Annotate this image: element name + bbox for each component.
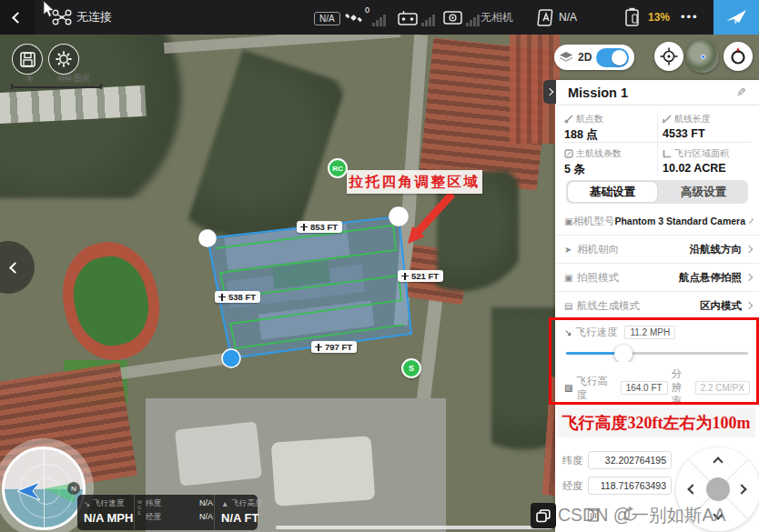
altitude-icon: ▨ <box>564 383 572 393</box>
nudge-center-button[interactable] <box>706 477 730 501</box>
route-mode-icon: ▤ <box>564 301 577 311</box>
battery-icon <box>624 7 642 26</box>
chevron-right-icon <box>546 88 553 95</box>
move-cross-icon <box>401 273 409 280</box>
move-cross-icon <box>218 294 226 301</box>
chevron-right-icon <box>748 218 754 224</box>
gps-signal-bars <box>372 15 386 26</box>
remote-controller-icon <box>398 10 418 25</box>
wgs-label: WGS <box>137 499 143 516</box>
altitude-icon: ▲ <box>221 499 228 508</box>
polygon-corner-handle[interactable] <box>198 229 217 247</box>
minimap-location-dot <box>701 55 705 59</box>
rc-signal-bars <box>421 15 435 26</box>
move-cross-icon <box>315 344 322 351</box>
back-button[interactable] <box>0 0 35 35</box>
telemetry-bar: ↘飞行速度 N/A MPH WGS 纬度N/A 经度N/A ▲飞行高度 N/A … <box>77 495 258 530</box>
locate-me-button[interactable] <box>654 42 683 71</box>
route-start-marker[interactable]: S <box>401 358 421 378</box>
save-icon <box>20 52 35 67</box>
telemetry-coords: WGS 纬度N/A 经度N/A <box>134 495 214 530</box>
gear-icon <box>56 51 72 67</box>
speed-slider-knob[interactable] <box>614 345 632 363</box>
move-cross-icon <box>300 224 308 231</box>
2d-switch[interactable] <box>596 48 629 67</box>
longitude-input[interactable] <box>588 477 672 495</box>
chevron-right-icon <box>745 274 753 281</box>
home-indicator[interactable] <box>276 526 552 529</box>
watermark: CSDN @一别如斯AA <box>558 503 759 527</box>
camera-status-icon <box>443 10 462 25</box>
setting-camera-heading[interactable]: ➤ 相机朝向 沿航线方向 <box>555 236 759 264</box>
edge-length-label: 521 FT <box>411 271 439 281</box>
aircraft-heading-icon <box>17 482 41 500</box>
setting-route-mode[interactable]: ▤ 航线生成模式 区内模式 <box>555 292 759 320</box>
switch-knob <box>612 50 627 65</box>
layers-icon <box>559 51 573 64</box>
camera-status-label: 无相机 <box>481 0 513 35</box>
mission-stats: 航点数 188 点 航线长度 4533 FT 主航线条数 5 条 飞行区域面积 … <box>555 105 759 178</box>
app-screen: 853 FT 521 FT 538 FT 797 FT S RC 拉托四角调整区… <box>0 0 759 532</box>
edge-length-pill[interactable]: 538 FT <box>215 291 260 303</box>
flight-mode-icon <box>537 8 555 26</box>
compass-icon <box>728 46 748 66</box>
airplane-icon <box>725 8 747 26</box>
speed-icon: ↘ <box>564 327 572 337</box>
chevron-left-icon <box>12 12 24 24</box>
map-settings-button[interactable] <box>48 44 79 75</box>
resolution-value-box: 2.2 CM/PX <box>695 381 750 395</box>
gps-count: 0 <box>365 5 369 15</box>
setting-capture-mode[interactable]: ▣ 拍照模式 航点悬停拍照 <box>555 264 759 292</box>
speed-slider-row: ↘ 飞行速度 11.2 MPH <box>555 320 759 362</box>
nudge-left-button[interactable] <box>687 484 697 494</box>
setting-camera-model[interactable]: ▣ 相机型号 Phantom 3 Standard Camera <box>555 207 759 236</box>
speed-icon: ↘ <box>84 499 90 508</box>
save-mission-button[interactable] <box>12 44 43 75</box>
battery-percentage: 13% <box>648 0 670 35</box>
nudge-right-button[interactable] <box>736 484 746 494</box>
takeoff-button[interactable] <box>713 0 759 35</box>
edge-length-pill[interactable]: 797 FT <box>311 341 357 353</box>
chevron-right-icon <box>745 302 753 309</box>
edge-length-label: 853 FT <box>310 222 338 232</box>
latitude-input[interactable] <box>588 451 672 469</box>
minimap-button[interactable] <box>686 40 719 73</box>
edge-length-pill[interactable]: 853 FT <box>297 221 342 233</box>
chevron-right-icon <box>745 246 753 253</box>
gps-satellite-icon <box>345 10 362 25</box>
stat-area: 飞行区域面积 10.02 ACRE <box>663 147 759 182</box>
edge-length-pill[interactable]: 521 FT <box>398 270 443 282</box>
stat-route-length: 航线长度 4533 FT <box>663 113 759 147</box>
nudge-up-button[interactable] <box>713 457 723 467</box>
compass-reset-button[interactable] <box>724 42 753 71</box>
polygon-corner-handle[interactable] <box>222 349 240 367</box>
altitude-value-box[interactable]: 164.0 FT <box>621 381 668 395</box>
speed-slider[interactable] <box>566 352 748 355</box>
annotation-note: 飞行高度320ft左右为100m <box>557 407 755 437</box>
tab-basic-settings[interactable]: 基础设置 <box>568 182 657 202</box>
mission-header: Mission 1 ✎ <box>555 80 759 105</box>
tab-advanced-settings[interactable]: 高级设置 <box>659 180 748 204</box>
mouse-cursor <box>43 1 56 19</box>
screenshot-copy-button[interactable] <box>531 503 556 528</box>
capture-mode-icon: ▣ <box>564 273 577 283</box>
settings-tabbar: 基础设置 高级设置 <box>566 180 748 204</box>
panel-collapse-tab[interactable] <box>543 80 556 104</box>
heading-icon: ➤ <box>564 245 577 255</box>
edit-mission-icon[interactable]: ✎ <box>736 85 746 99</box>
top-status-bar: 无连接 N/A 0 无相机 N/A <box>0 0 759 35</box>
more-menu-button[interactable]: ••• <box>681 0 699 35</box>
speed-value-box[interactable]: 11.2 MPH <box>624 326 675 339</box>
telemetry-altitude: ▲飞行高度 N/A FT <box>214 495 258 530</box>
aircraft-status-badge: N/A <box>314 9 340 25</box>
map-2d-toggle[interactable]: 2D <box>554 45 634 70</box>
edge-length-label: 538 FT <box>228 292 256 302</box>
flight-mode-value: N/A <box>559 0 577 35</box>
polygon-corner-handle[interactable] <box>389 206 409 226</box>
compass-north-badge: N <box>67 482 80 495</box>
camera-signal-bars <box>466 15 480 26</box>
altitude-slider-row: ▨ 飞行高度 164.0 FT 分辨率 2.2 CM/PX <box>555 362 759 404</box>
2d-label: 2D <box>578 51 592 64</box>
waypoint-icon <box>564 115 573 124</box>
rc-location-marker: RC <box>328 158 348 178</box>
